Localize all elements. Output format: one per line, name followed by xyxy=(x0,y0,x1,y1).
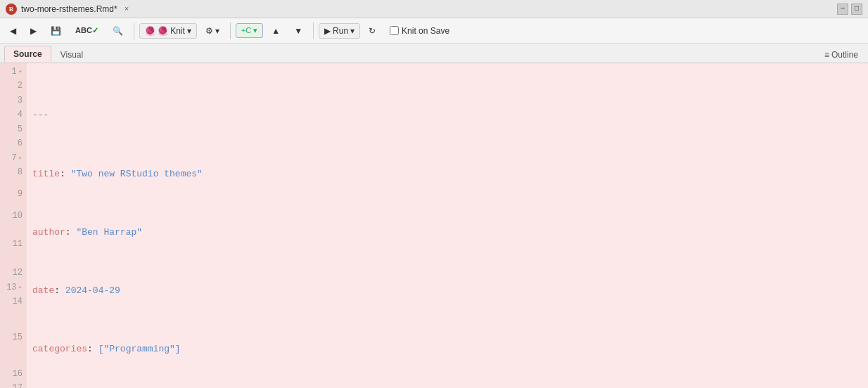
refresh-button[interactable]: ↻ xyxy=(363,23,381,39)
run-button[interactable]: ▶ Run ▾ xyxy=(319,23,360,39)
add-chunk-button[interactable]: +C ▾ xyxy=(236,23,263,38)
forward-button[interactable]: ▶ xyxy=(25,23,42,39)
line-numbers: 1 2 3 4 5 6 7 8 9 10 11 12 13 14 15 16 1… xyxy=(0,63,27,388)
outline-icon: ≡ xyxy=(824,50,829,60)
line-4: date: 2024-04-29 xyxy=(32,284,862,299)
line-num-13: 13 xyxy=(0,280,23,295)
line-num-8: 8 xyxy=(0,166,23,181)
knit-button[interactable]: 🧶 🧶 Knit ▾ xyxy=(139,23,197,39)
line-num-15: 15 xyxy=(0,309,23,367)
separator-2 xyxy=(230,22,231,39)
file-title: two-more-rsthemes.Rmd* xyxy=(21,4,117,14)
spell-check-button[interactable]: ABC✓ xyxy=(70,23,104,38)
settings-button[interactable]: ⚙ ▾ xyxy=(200,23,225,39)
gear-icon: ⚙ xyxy=(205,26,213,36)
knit-label: 🧶 Knit xyxy=(158,26,185,36)
editor-tabs: Source Visual ≡ Outline xyxy=(0,44,868,63)
run-dropdown-icon[interactable]: ▾ xyxy=(350,26,355,36)
close-tab-icon[interactable]: × xyxy=(125,5,129,13)
run-arrow-icon: ▶ xyxy=(324,26,331,36)
line-num-2: 2 xyxy=(0,79,23,94)
line-num-16: 16 xyxy=(0,367,23,382)
minimize-button[interactable]: ─ xyxy=(837,4,848,15)
separator-1 xyxy=(134,22,134,39)
line-num-10: 10 xyxy=(0,209,23,224)
tab-visual[interactable]: Visual xyxy=(51,46,92,63)
run-label: Run xyxy=(333,26,348,36)
separator-3 xyxy=(313,22,314,39)
line-2: title: "Two new RStudio themes" xyxy=(32,167,862,182)
line-num-17: 17 xyxy=(0,382,23,389)
down-arrow-icon: ▼ xyxy=(294,26,302,36)
add-chunk-label: +C ▾ xyxy=(241,26,257,35)
line-num-14: 14 xyxy=(0,295,23,310)
line-num-5: 5 xyxy=(0,122,23,137)
maximize-button[interactable]: □ xyxy=(851,4,862,15)
find-icon: 🔍 xyxy=(113,26,123,36)
refresh-icon: ↻ xyxy=(369,26,376,36)
line-num-4: 4 xyxy=(0,108,23,123)
save-button[interactable]: 💾 xyxy=(45,23,67,39)
back-icon: ◀ xyxy=(10,26,16,36)
app-icon: R xyxy=(6,4,17,15)
back-button[interactable]: ◀ xyxy=(4,23,22,39)
line-num-12: 12 xyxy=(0,266,23,281)
outline-button[interactable]: ≡ Outline xyxy=(819,47,864,63)
knit-dropdown-icon[interactable]: ▾ xyxy=(187,26,191,36)
editor-area: 1 2 3 4 5 6 7 8 9 10 11 12 13 14 15 16 1… xyxy=(0,63,868,388)
nav-up-button[interactable]: ▲ xyxy=(266,23,286,39)
window-controls: ─ □ xyxy=(837,4,862,15)
line-3: author: "Ben Harrap" xyxy=(32,226,862,240)
nav-down-button[interactable]: ▼ xyxy=(288,23,308,39)
knit-on-save-checkbox[interactable] xyxy=(390,26,399,35)
title-bar: R two-more-rsthemes.Rmd* × ─ □ xyxy=(0,0,868,18)
knit-on-save-label[interactable]: Knit on Save xyxy=(390,26,449,36)
line-5: categories: ["Programming"] xyxy=(32,342,862,357)
frontmatter-open: --- xyxy=(32,108,49,123)
find-button[interactable]: 🔍 xyxy=(107,23,129,39)
code-content[interactable]: --- title: "Two new RStudio themes" auth… xyxy=(27,63,868,388)
settings-dropdown-icon[interactable]: ▾ xyxy=(215,26,219,36)
knit-icon: 🧶 xyxy=(145,26,155,36)
forward-icon: ▶ xyxy=(30,26,37,36)
up-arrow-icon: ▲ xyxy=(272,26,280,36)
line-num-6: 6 xyxy=(0,137,23,152)
line-num-1: 1 xyxy=(0,65,23,79)
line-num-11: 11 xyxy=(0,224,23,266)
spell-check-icon: ABC✓ xyxy=(75,26,98,35)
line-1: --- xyxy=(32,108,862,123)
line-num-9: 9 xyxy=(0,180,23,209)
line-num-3: 3 xyxy=(0,93,23,108)
line-num-7: 7 xyxy=(0,151,23,166)
toolbar: ◀ ▶ 💾 ABC✓ 🔍 🧶 🧶 Knit ▾ ⚙ ▾ +C ▾ ▲ ▼ ▶ R… xyxy=(0,18,868,44)
tab-source[interactable]: Source xyxy=(4,46,51,63)
save-icon: 💾 xyxy=(51,26,61,36)
